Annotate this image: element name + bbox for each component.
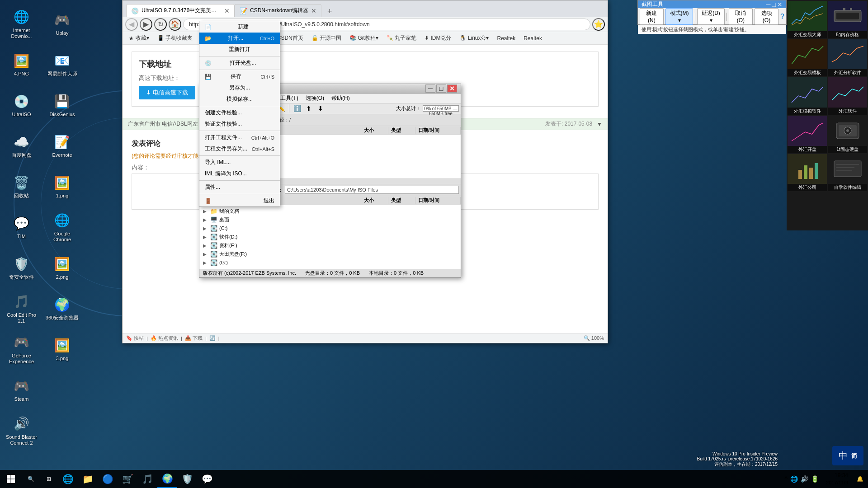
thumb-8gneiron[interactable]: 8g内存价格 [828, 1, 867, 38]
desktop-icon-cooledit[interactable]: 🎵 Cool Edit Pro 2.1 [2, 289, 41, 328]
tray-network-icon[interactable]: 🌐 [790, 475, 798, 483]
screenshot-options-btn[interactable]: 选项(O) [755, 8, 778, 25]
lower-path-input[interactable] [285, 186, 459, 194]
taskbar-explorer[interactable]: 📁 [78, 470, 98, 488]
menu-convert-iml[interactable]: IML 编译为 ISO... [199, 168, 280, 179]
statusbar-download[interactable]: 📥 下载 [185, 335, 203, 342]
tree-item-mydocs[interactable]: ▶ 📁 我的文档 [201, 207, 459, 216]
taskbar-chrome-active[interactable]: 🌍 [157, 470, 177, 488]
new-tab-btn[interactable]: + [323, 6, 336, 17]
desktop-icon-steam[interactable]: 🎮 Steam [2, 371, 41, 409]
back-btn[interactable]: ◀ [125, 18, 138, 31]
taskbar-360[interactable]: 🛡️ [177, 470, 197, 488]
desktop-icon-soundblaster[interactable]: 🔊 Sound BlasterConnect 2 [2, 411, 41, 450]
desktop-icon-recycle[interactable]: 🗑️ 回收站 [2, 167, 41, 206]
thumb-waihuifenxiruanjian[interactable]: 外汇分析软件 [828, 39, 867, 77]
screenshot-mode-btn[interactable]: 模式(M) ▾ [665, 8, 693, 25]
bookmark-phone[interactable]: 📱 手机收藏夹 [154, 33, 196, 43]
desktop-icon-1png[interactable]: 🖼️ 1.png [43, 167, 81, 206]
thumb-1tssd[interactable]: 1t固态硬盘 [828, 116, 867, 153]
screenshot-new-btn[interactable]: 新建(N) [640, 8, 664, 25]
desktop-icon-4png[interactable]: 🖼️ 4.PNG [2, 45, 41, 84]
win10-notification-badge[interactable]: 中 简 [832, 446, 863, 465]
tray-battery-icon[interactable]: 🔋 [811, 475, 819, 483]
desktop-icon-chrome[interactable]: 🌐 GoogleChrome [43, 208, 81, 246]
thumb-waihuijiaoyimoban[interactable]: 外汇交易模板 [788, 39, 827, 77]
desktop-icon-baidudisk[interactable]: ☁️ 百度网盘 [2, 127, 41, 165]
desktop-icon-geforce[interactable]: 🎮 GeForceExperience [2, 330, 41, 368]
menu-save-project[interactable]: 工程文件另存为... Ctrl+Alt+S [199, 143, 280, 155]
menu-verify[interactable]: 验证文件校验... [199, 118, 280, 130]
tree-item-d[interactable]: ▶ 💽 软件(D:) [201, 233, 459, 241]
statusbar-refresh[interactable]: 🔄 [209, 335, 216, 341]
screenshot-minimize-btn[interactable]: ─ [766, 1, 771, 8]
desktop-icon-qihoo[interactable]: 🛡️ 奇安全软件 [2, 249, 41, 287]
menu-opencd[interactable]: 💿 打开光盘... [199, 57, 280, 69]
statusbar-hotspot[interactable]: 🔥 热点资讯 [151, 335, 178, 342]
bookmark-realtek1[interactable]: Realtek [494, 34, 519, 42]
taskbar-ie[interactable]: 🔵 [98, 470, 118, 488]
desktop-icon-evernote[interactable]: 📝 Evernote [43, 127, 81, 165]
menu-help[interactable]: 帮助(H) [328, 94, 354, 103]
screenshot-help-icon[interactable]: ? [780, 13, 784, 21]
tree-item-desktop[interactable]: ▶ 🖥️ 桌面 [201, 216, 459, 224]
thumb-waihuimonuiruanjian[interactable]: 外汇模拟软件 [788, 77, 827, 115]
screenshot-maximize-btn[interactable]: □ [772, 1, 776, 8]
thumb-waihuigongsi[interactable]: 外汇公司 [788, 154, 827, 192]
ultraiso-minimize-btn[interactable]: ─ [425, 84, 435, 93]
menu-properties[interactable]: 属性... [199, 182, 280, 193]
toolbar-down-btn[interactable]: ⬇ [315, 103, 326, 113]
screenshot-delay-btn[interactable]: 延迟(D) ▾ [697, 8, 725, 25]
screenshot-cancel-btn[interactable]: 取消(O) [729, 8, 753, 25]
desktop-icon-ultraiso[interactable]: 💿 UltraISO [2, 86, 41, 124]
menu-import-iml[interactable]: 导入 IML... [199, 157, 280, 168]
taskbar-search-btn[interactable]: 🔍 [22, 470, 40, 488]
bookmark-btn[interactable]: ⭐ [592, 18, 605, 31]
desktop-icon-internet-download[interactable]: 🌐 InternetDownlo... [2, 5, 41, 43]
bookmark-linux[interactable]: 🐧 Linux公▾ [456, 33, 492, 43]
ultraiso-close-btn[interactable]: ✕ [447, 84, 457, 93]
menu-create-verify[interactable]: 创建文件校验... [199, 107, 280, 118]
refresh-btn[interactable]: ↻ [154, 18, 167, 31]
taskbar-clock[interactable]: 19:34 2017/11/9 [822, 472, 852, 486]
browser-tab-1[interactable]: 💿 UltraISO 9.7.0.3476中文完美破解... ✕ [126, 4, 235, 17]
bookmark-realtek2[interactable]: Realtek [520, 34, 546, 42]
tray-arrow-icon[interactable]: ^ [784, 475, 788, 483]
toolbar-up-btn[interactable]: ⬆ [303, 103, 314, 113]
screenshot-close-btn[interactable]: ✕ [777, 1, 783, 8]
thumb-waihuikaipan[interactable]: 外汇开盘 [788, 116, 827, 153]
ultraiso-maximize-btn[interactable]: □ [436, 84, 446, 93]
desktop-icon-2png[interactable]: 🖼️ 2.png [43, 249, 81, 287]
home-btn[interactable]: 🏠 [169, 18, 181, 31]
taskbar-task-view[interactable]: ⊞ [40, 470, 58, 488]
info-expand-btn[interactable]: ▼ [597, 121, 602, 127]
tree-item-g[interactable]: ▶ 💽 (G:) [201, 258, 459, 267]
taskbar-wechat[interactable]: 💬 [197, 470, 217, 488]
menu-reopen[interactable]: 重新打开 [199, 44, 280, 55]
tray-sound-icon[interactable]: 🔊 [801, 475, 808, 483]
menu-saveas[interactable]: 另存为... [199, 82, 280, 94]
tab1-close-btn[interactable]: ✕ [224, 7, 230, 14]
bookmark-idm[interactable]: ⬇ IDM兑分 [421, 33, 455, 43]
tree-item-e[interactable]: ▶ 💽 资料(E:) [201, 241, 459, 250]
desktop-icon-360browser[interactable]: 🌍 360安全浏览器 [43, 289, 81, 328]
bookmark-wanzidan[interactable]: 🍡 丸子家笔 [383, 33, 420, 43]
tree-item-c[interactable]: ▶ 💽 (C:) [201, 224, 459, 233]
menu-save[interactable]: 💾 保存 Ctrl+S [199, 71, 280, 82]
statusbar-kuaitie[interactable]: 🔖 快帖 [126, 335, 144, 342]
telecom-download-btn[interactable]: ⬇ 电信高速下载 [139, 86, 195, 99]
browser-tab-2[interactable]: 📝 CSDN-markdown编辑器 ✕ [235, 4, 321, 17]
tree-item-f[interactable]: ▶ 💽 大田黑盘(F:) [201, 250, 459, 258]
menu-mocksave[interactable]: 模拟保存... [199, 94, 280, 105]
menu-tools[interactable]: 工具(T) [277, 94, 302, 103]
bookmark-git[interactable]: 📚 Git教程▾ [346, 33, 382, 43]
bookmark-collect[interactable]: ★收藏▾ [125, 33, 153, 43]
desktop-icon-uplay[interactable]: 🎮 Uplay [43, 5, 81, 43]
menu-exit[interactable]: 🚪 退出 [199, 195, 280, 206]
thumb-zixueruanjian[interactable]: 自学软件编辑 [828, 154, 867, 192]
desktop-icon-diskgenius[interactable]: 💾 DiskGenius [43, 86, 81, 124]
tab2-close-btn[interactable]: ✕ [311, 7, 316, 14]
taskbar-edge[interactable]: 🌐 [58, 470, 78, 488]
forward-btn[interactable]: ▶ [140, 18, 152, 31]
taskbar-store[interactable]: 🛒 [118, 470, 137, 488]
